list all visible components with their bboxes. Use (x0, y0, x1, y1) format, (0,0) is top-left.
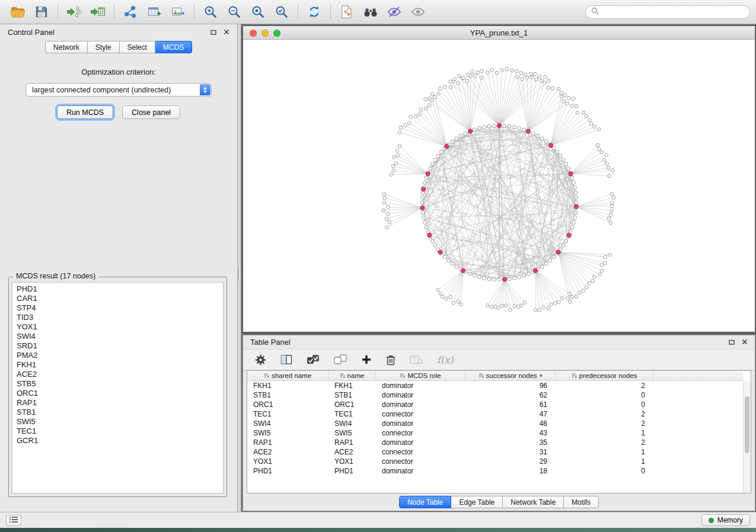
delete-column-button[interactable] (386, 354, 395, 366)
delete-table-button[interactable] (410, 355, 423, 364)
mcds-node-item[interactable]: SWI5 (17, 417, 219, 427)
save-session-button[interactable] (30, 2, 53, 22)
mcds-node-item[interactable]: RAP1 (17, 398, 219, 408)
table-row-SWI4[interactable]: SWI4SWI4dominator462 (247, 419, 743, 428)
table-cell: connector (376, 448, 465, 456)
network-view-window: YPA_prune.txt_1 (243, 25, 755, 332)
mcds-node-item[interactable]: TEC1 (17, 427, 219, 436)
close-panel-button[interactable]: Close panel (122, 105, 180, 119)
new-network-button[interactable] (119, 2, 142, 22)
network-window-titlebar: YPA_prune.txt_1 (243, 26, 755, 40)
memory-status-icon (709, 518, 714, 523)
minimize-window-light[interactable] (261, 30, 269, 37)
column-header-successor-nodes[interactable]: successor nodes▾ (465, 371, 556, 380)
search-input[interactable] (602, 8, 744, 16)
mcds-node-item[interactable]: ORC1 (17, 389, 219, 398)
import-table-icon (90, 5, 106, 18)
table-settings-button[interactable] (255, 354, 266, 366)
zoom-fit-button[interactable] (246, 2, 270, 22)
control-panel-title: Control Panel (8, 28, 55, 37)
add-column-button[interactable] (361, 354, 372, 365)
mcds-node-item[interactable]: STP4 (17, 303, 219, 313)
table-row-STB1[interactable]: STB1STB1dominator620 (247, 390, 743, 400)
export-network-file-button[interactable] (335, 2, 359, 22)
refresh-view-button[interactable] (302, 2, 326, 22)
mcds-node-item[interactable]: ACE2 (17, 370, 219, 379)
zoom-in-button[interactable] (199, 2, 222, 22)
table-row-SWI5[interactable]: SWI5SWI5connector431 (247, 428, 743, 438)
mcds-node-item[interactable]: PHD1 (17, 284, 219, 294)
close-table-panel-icon[interactable] (742, 338, 748, 347)
memory-label: Memory (717, 516, 743, 524)
toolbar-separator (194, 4, 194, 20)
hide-selected-button[interactable] (382, 2, 406, 22)
column-visibility-button[interactable] (280, 354, 292, 365)
mcds-node-item[interactable]: GCR1 (17, 436, 219, 446)
tab-select[interactable]: Select (120, 41, 155, 53)
table-tab-motifs[interactable]: Motifs (564, 496, 599, 508)
tab-style[interactable]: Style (88, 41, 120, 53)
mcds-node-item[interactable]: SWI4 (17, 332, 219, 341)
search-network-button[interactable] (359, 2, 382, 22)
network-canvas[interactable] (243, 40, 755, 332)
mcds-node-item[interactable]: SRD1 (17, 341, 219, 351)
table-cell: 29 (465, 457, 556, 466)
mcds-result-list: PHD1CAR1STP4TID3YOX1SWI4SRD1PMA2FKH1ACE2… (12, 282, 224, 493)
table-row-ORC1[interactable]: ORC1ORC1dominator610 (247, 400, 743, 409)
scrollbar-thumb[interactable] (745, 396, 749, 453)
zoom-out-button[interactable] (222, 2, 246, 22)
delete-table-icon (410, 355, 423, 364)
network-window-title: YPA_prune.txt_1 (470, 28, 528, 37)
open-session-button[interactable] (6, 2, 30, 22)
show-all-button[interactable] (406, 2, 430, 22)
mcds-node-item[interactable]: FKH1 (17, 360, 219, 370)
table-row-TEC1[interactable]: TEC1TEC1connector472 (247, 409, 743, 419)
task-history-button[interactable] (6, 515, 21, 526)
table-scrollbar[interactable] (743, 381, 751, 493)
select-all-button[interactable] (307, 354, 320, 365)
function-builder-button[interactable]: f(x) (437, 354, 453, 366)
table-cell: 47 (465, 410, 556, 418)
network-graph[interactable] (243, 40, 755, 331)
column-header-name[interactable]: name (328, 371, 376, 380)
table-row-RAP1[interactable]: RAP1RAP1dominator352 (247, 438, 743, 447)
table-cell: TEC1 (247, 410, 328, 418)
mcds-node-item[interactable]: PMA2 (17, 351, 219, 360)
mcds-node-item[interactable]: STB1 (17, 408, 219, 417)
close-panel-icon[interactable] (224, 28, 229, 37)
run-mcds-button[interactable]: Run MCDS (57, 105, 113, 119)
table-row-YOX1[interactable]: YOX1YOX1connector291 (247, 457, 743, 466)
tab-mcds[interactable]: MCDS (155, 41, 192, 53)
table-tab-network-table[interactable]: Network Table (503, 496, 564, 508)
tab-network[interactable]: Network (45, 41, 88, 53)
column-header-MCDS-role[interactable]: MCDS role (376, 371, 465, 380)
table-row-FKH1[interactable]: FKH1FKH1dominator962 (247, 381, 743, 390)
mcds-node-item[interactable]: CAR1 (17, 294, 219, 303)
column-header-predecessor-nodes[interactable]: predecessor nodes (556, 371, 653, 380)
criterion-select[interactable]: largest connected component (undirected) (25, 83, 212, 97)
mcds-node-item[interactable]: TID3 (17, 313, 219, 322)
criterion-selected-value: largest connected component (undirected) (32, 86, 171, 94)
float-table-panel-icon[interactable] (729, 338, 735, 347)
column-header-shared-name[interactable]: shared name (247, 371, 328, 380)
import-table-button[interactable] (86, 2, 110, 22)
toolbar-separator (58, 4, 58, 20)
search-field[interactable] (585, 5, 750, 19)
close-window-light[interactable] (250, 30, 257, 37)
table-plus-icon (147, 5, 161, 18)
new-table-button[interactable] (142, 2, 166, 22)
mcds-node-item[interactable]: STB5 (17, 379, 219, 389)
maximize-window-light[interactable] (273, 30, 280, 37)
table-cell: SWI5 (247, 429, 328, 437)
table-tab-edge-table[interactable]: Edge Table (451, 496, 503, 508)
table-tab-node-table[interactable]: Node Table (399, 496, 452, 508)
float-panel-icon[interactable] (210, 28, 216, 37)
mcds-node-item[interactable]: YOX1 (17, 322, 219, 332)
table-row-PHD1[interactable]: PHD1PHD1dominator180 (247, 466, 743, 476)
deselect-all-button[interactable] (334, 354, 347, 365)
export-image-button[interactable] (166, 2, 190, 22)
import-network-button[interactable] (62, 2, 86, 22)
zoom-selected-button[interactable] (270, 2, 294, 22)
table-row-ACE2[interactable]: ACE2ACE2connector311 (247, 447, 743, 457)
memory-button[interactable]: Memory (701, 514, 750, 526)
